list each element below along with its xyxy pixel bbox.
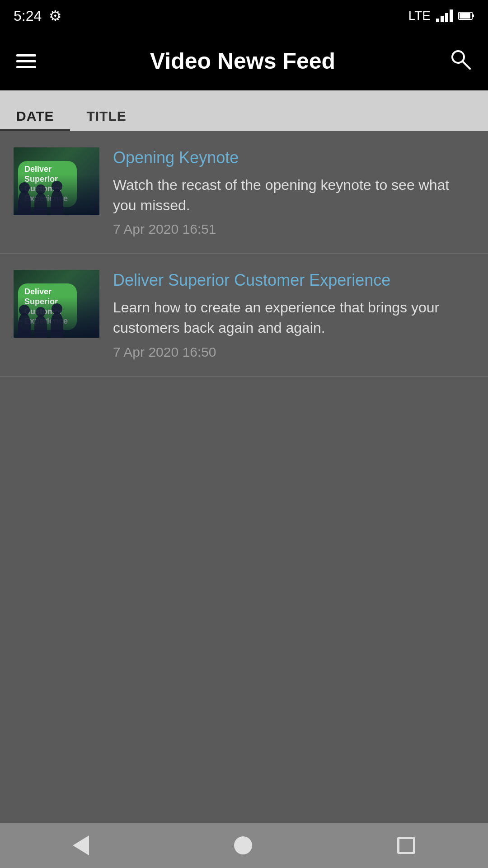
nav-bar	[0, 823, 488, 868]
recent-button[interactable]	[397, 837, 415, 854]
status-bar-left: 5:24 ⚙	[14, 7, 62, 24]
item-date-1: 7 Apr 2020 16:51	[113, 222, 474, 237]
item-date-2: 7 Apr 2020 16:50	[113, 344, 474, 360]
home-icon	[234, 836, 252, 854]
item-description-1: Watch the recast of the opening keynote …	[113, 175, 474, 216]
signal-icon	[436, 9, 453, 22]
tab-date[interactable]: DATE	[0, 101, 70, 131]
back-button[interactable]	[73, 835, 89, 855]
item-content-2: Deliver Superior Customer Experience Lea…	[113, 270, 474, 359]
recent-icon	[397, 837, 415, 854]
item-title-2: Deliver Superior Customer Experience	[113, 270, 474, 291]
svg-rect-2	[460, 13, 470, 19]
app-bar: Video News Feed	[0, 32, 488, 90]
item-content-1: Opening Keynote Watch the recast of the …	[113, 147, 474, 237]
lte-label: LTE	[408, 9, 431, 23]
list-item[interactable]: Deliver Superior Customer Experience	[0, 131, 488, 254]
tab-bar: DATE TITLE	[0, 90, 488, 131]
tab-title[interactable]: TITLE	[70, 101, 142, 131]
page-title: Video News Feed	[150, 48, 335, 74]
search-button[interactable]	[449, 48, 472, 74]
status-bar: 5:24 ⚙ LTE	[0, 0, 488, 32]
svg-rect-1	[472, 14, 474, 17]
battery-icon	[458, 11, 474, 21]
svg-line-4	[463, 61, 470, 69]
thumbnail-2: Deliver Superior Customer Experience	[14, 270, 99, 338]
item-description-2: Learn how to create an experience that b…	[113, 297, 474, 338]
menu-button[interactable]	[16, 54, 36, 68]
status-bar-right: LTE	[408, 9, 474, 23]
back-icon	[73, 835, 89, 855]
item-title-1: Opening Keynote	[113, 147, 474, 169]
home-button[interactable]	[234, 836, 252, 854]
list-item[interactable]: Deliver Superior Customer Experience	[0, 254, 488, 376]
thumbnail-1: Deliver Superior Customer Experience	[14, 147, 99, 215]
feed-list: Deliver Superior Customer Experience	[0, 131, 488, 823]
status-time: 5:24	[14, 8, 42, 24]
gear-icon: ⚙	[49, 7, 62, 24]
